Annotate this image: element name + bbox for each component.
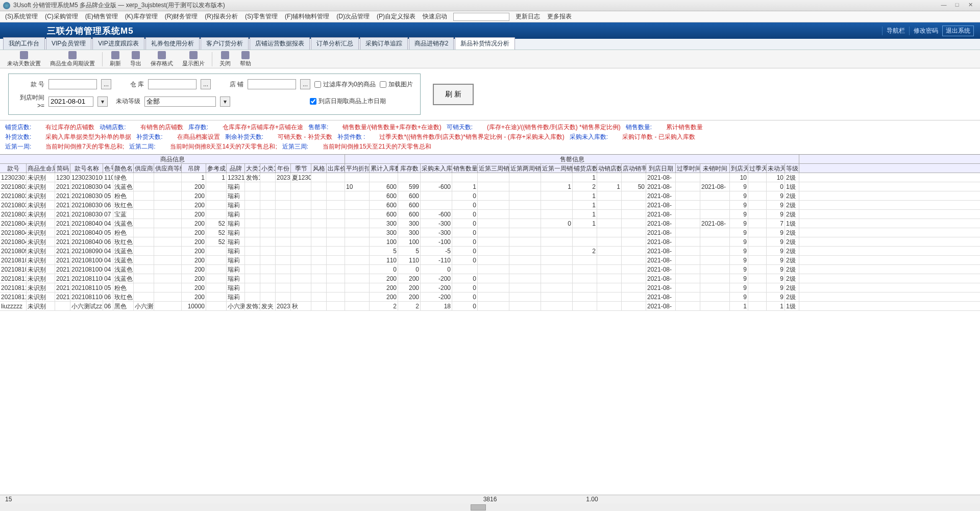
col-header[interactable]: 供应商等级 (154, 164, 182, 173)
col-header[interactable]: 未动天 (767, 164, 785, 173)
col-header[interactable]: 简码 (55, 164, 70, 173)
maximize-button[interactable]: □ (950, 2, 964, 10)
col-header[interactable]: 年份 (276, 164, 291, 173)
col-header[interactable]: 出库价 (327, 164, 345, 173)
menu-item-6[interactable]: (S)零售管理 (242, 11, 281, 22)
col-header[interactable]: 商品生命周期 (27, 164, 55, 173)
menu-item-8[interactable]: (D)次品管理 (333, 11, 373, 22)
store-input[interactable] (248, 79, 296, 89)
table-row[interactable]: 2021080400未识别20210202108040004浅蓝色20052瑞莉… (0, 219, 980, 228)
nav-guide[interactable]: 导航栏 (882, 27, 909, 35)
tab-3[interactable]: 礼券包使用分析 (145, 37, 200, 50)
col-header[interactable]: 款号 (0, 164, 27, 173)
table-row[interactable]: 2021080300未识别20210202108030007宝蓝200瑞莉600… (0, 210, 980, 219)
tab-8[interactable]: 商品进销存2 (409, 37, 454, 50)
col-header[interactable]: 到店天 (730, 164, 748, 173)
filter-zero-stock-checkbox[interactable]: 过滤库存为0的商品 (314, 80, 376, 89)
col-header[interactable]: 过季时间 (676, 164, 700, 173)
toolbtn-export[interactable]: 导出 (126, 50, 145, 68)
table-row[interactable]: 1230230100未识别123021230230100110绿色1112321… (0, 173, 980, 182)
tab-7[interactable]: 采购订单追踪 (360, 37, 408, 50)
toolbtn-lifecycle[interactable]: 商品生命周期设置 (46, 50, 99, 68)
close-button[interactable]: ✕ (964, 2, 977, 10)
col-header[interactable]: 采购未入库数 (421, 164, 452, 173)
col-header[interactable]: 过季天 (748, 164, 767, 173)
col-header[interactable]: 季节 (291, 164, 311, 173)
col-header[interactable]: 参考成 (206, 164, 227, 173)
col-header[interactable]: 动销店数 (597, 164, 622, 173)
col-header[interactable]: 到店日期 (646, 164, 676, 173)
col-header[interactable]: 大类1 (245, 164, 260, 173)
grid-header-row[interactable]: 款号商品生命周期简码款号名称色号颜色名供应商供应商等级吊牌参考成品牌大类1小类1… (0, 164, 980, 173)
menu-item-3[interactable]: (K)库存管理 (122, 11, 161, 22)
toolbtn-unsold-days[interactable]: 未动天数设置 (3, 50, 45, 68)
tab-0[interactable]: 我的工作台 (3, 37, 45, 50)
store-lookup-button[interactable]: ... (300, 79, 310, 89)
col-header[interactable]: 库存数 (398, 164, 421, 173)
table-row[interactable]: 2021080300未识别20210202108030004浅蓝色200瑞莉10… (0, 182, 980, 191)
table-row[interactable]: 2021080300未识别20210202108030005粉色200瑞莉600… (0, 191, 980, 201)
tab-5[interactable]: 店铺运营数据报表 (250, 37, 310, 50)
menu-item-7[interactable]: (F)辅料物料管理 (282, 11, 332, 22)
warehouse-lookup-button[interactable]: ... (201, 79, 211, 89)
col-header[interactable]: 累计入库数 (370, 164, 398, 173)
menu-item-9[interactable]: (P)自定义报表 (374, 11, 419, 22)
level-dropdown[interactable]: ▾ (220, 96, 230, 107)
col-header[interactable]: 颜色名 (113, 164, 134, 173)
level-select[interactable] (144, 96, 216, 107)
col-header[interactable]: 品牌 (227, 164, 245, 173)
arrive-date-input[interactable] (48, 96, 93, 107)
col-header[interactable]: 风格 (311, 164, 327, 173)
tab-6[interactable]: 订单分析汇总 (311, 37, 359, 50)
table-row[interactable]: 2021080900未识别20210202108090004浅蓝色200瑞莉55… (0, 247, 980, 256)
table-row[interactable]: 2021081100未识别20210202108110006玫红色200瑞莉20… (0, 293, 980, 302)
table-row[interactable]: 2021081100未识别20210202108110005粉色200瑞莉200… (0, 283, 980, 293)
warehouse-input[interactable] (148, 79, 197, 89)
menu-item-2[interactable]: (E)销售管理 (82, 11, 121, 22)
col-header[interactable]: 供应商 (134, 164, 154, 173)
col-header[interactable]: 款号名称 (70, 164, 103, 173)
toolbtn-close[interactable]: 关闭 (215, 50, 235, 68)
tab-2[interactable]: VIP进度跟踪表 (92, 37, 144, 50)
nav-exit[interactable]: 退出系统 (942, 26, 974, 36)
load-image-checkbox[interactable]: 加载图片 (380, 80, 413, 89)
nav-password[interactable]: 修改密码 (909, 27, 942, 35)
col-header[interactable]: 近第三周销 (478, 164, 509, 173)
col-header[interactable]: 未销时间 (700, 164, 730, 173)
col-header[interactable]: 小类1 (260, 164, 276, 173)
toolbtn-showimg[interactable]: 显示图片 (178, 50, 209, 68)
toolbtn-refresh[interactable]: 刷新 (106, 50, 125, 68)
table-row[interactable]: 2021080400未识别20210202108040006玫红色20052瑞莉… (0, 237, 980, 247)
use-listing-date-checkbox[interactable]: 到店日期取商品上市日期 (310, 97, 386, 106)
refresh-button[interactable]: 刷 新 (433, 84, 474, 105)
arrive-date-dropdown[interactable]: ▾ (97, 96, 108, 107)
table-row[interactable]: 2021080400未识别20210202108040005粉色20052瑞莉3… (0, 228, 980, 237)
col-header[interactable]: 铺货店数 (573, 164, 597, 173)
menu-item-1[interactable]: (C)采购管理 (42, 11, 81, 22)
minimize-button[interactable]: — (937, 2, 950, 10)
col-header[interactable]: 近第两周销 (509, 164, 541, 173)
tab-4[interactable]: 客户订货分析 (201, 37, 249, 50)
col-header[interactable]: 吊牌 (182, 164, 206, 173)
table-row[interactable]: 2021081000未识别20210202108100004浅蓝色200瑞莉00… (0, 265, 980, 274)
style-lookup-button[interactable]: ... (101, 79, 111, 89)
col-header[interactable]: 等级 (785, 164, 799, 173)
col-header[interactable]: 近第一周销 (541, 164, 573, 173)
col-header[interactable]: 色号 (103, 164, 113, 173)
tab-9[interactable]: 新品补货情况分析 (455, 37, 515, 50)
menu-extra-0[interactable]: 更新日志 (512, 11, 543, 22)
toolbtn-saveformat[interactable]: 保存格式 (146, 50, 177, 68)
menu-item-5[interactable]: (R)报表分析 (202, 11, 241, 22)
table-row[interactable]: 2021080300未识别20210202108030006玫红色200瑞莉60… (0, 201, 980, 210)
toolbtn-help[interactable]: 帮助 (236, 50, 255, 68)
style-input[interactable] (48, 79, 97, 89)
menu-item-4[interactable]: (R)财务管理 (162, 11, 201, 22)
quick-launch-input[interactable] (453, 13, 509, 21)
data-grid[interactable]: 商品信息售罄信息款号商品生命周期简码款号名称色号颜色名供应商供应商等级吊牌参考成… (0, 154, 980, 311)
table-row[interactable]: 2021081000未识别20210202108100004浅蓝色200瑞莉11… (0, 256, 980, 265)
table-row[interactable]: 2021081100未识别20210202108110004浅蓝色200瑞莉20… (0, 274, 980, 283)
col-header[interactable]: 销售数量 (452, 164, 478, 173)
col-header[interactable]: 店动销率 (622, 164, 646, 173)
table-row[interactable]: liuzzzzz未识别小六测试zz06黑色小六测试10000小六测试发饰1发夹2… (0, 302, 980, 311)
tab-1[interactable]: VIP会员管理 (46, 37, 91, 50)
